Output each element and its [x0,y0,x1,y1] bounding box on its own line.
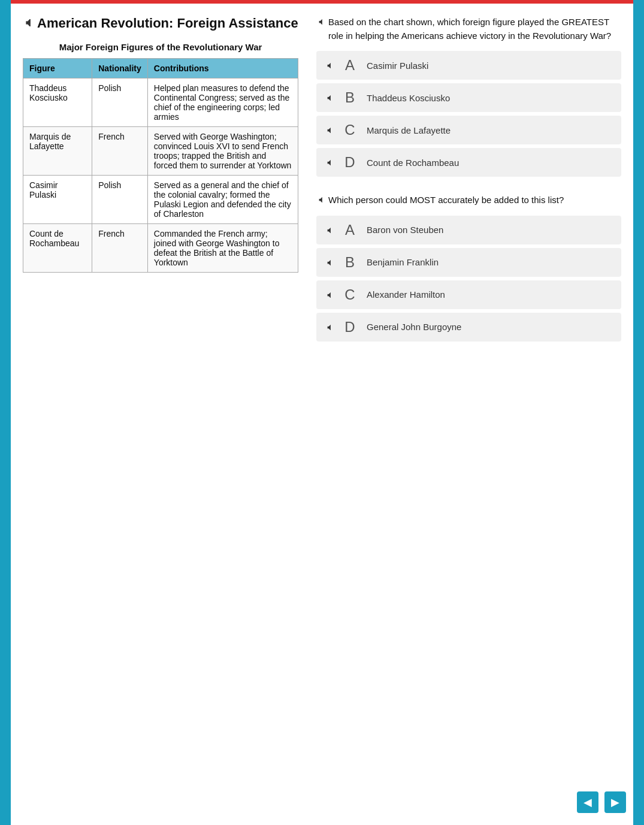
answer-label-d: Count de Rochambeau [367,158,459,168]
answer-letter-d: D [341,154,358,171]
answer-label-a: Casimir Pulaski [367,61,428,71]
answer-label-a2: Baron von Steuben [367,225,443,235]
speaker-icon-a2d[interactable]: 🔈︎ [325,322,333,332]
speaker-icon-a1c[interactable]: 🔈︎ [325,125,333,135]
figures-table: Figure Nationality Contributions Thaddeu… [23,58,298,273]
figure-contributions: Served with George Washington; convinced… [147,127,298,176]
answer-option-q1-d[interactable]: 🔈︎ D Count de Rochambeau [316,148,621,177]
figure-contributions: Served as a general and the chief of the… [147,176,298,224]
figure-name: Marquis de Lafayette [23,127,92,176]
col-figure: Figure [23,59,92,78]
speaker-icon-q1[interactable]: 🔈︎ [316,16,325,28]
answer-letter-b2: B [341,254,358,271]
answer-option-q1-b[interactable]: 🔈︎ B Thaddeus Kosciusko [316,83,621,112]
answer-letter-c2: C [341,286,358,303]
question1-options: 🔈︎ A Casimir Pulaski 🔈︎ B Thaddeus Kosci… [316,51,621,177]
table-row: Casimir Pulaski Polish Served as a gener… [23,176,298,224]
answer-option-q1-c[interactable]: 🔈︎ C Marquis de Lafayette [316,116,621,144]
speaker-icon[interactable]: 🔈︎ [23,17,34,29]
prev-button[interactable]: ◀ [577,791,598,813]
answer-option-q2-b[interactable]: 🔈︎ B Benjamin Franklin [316,248,621,277]
speaker-icon-a2b[interactable]: 🔈︎ [325,258,333,267]
answer-label-b2: Benjamin Franklin [367,257,439,267]
left-border [0,0,11,825]
speaker-icon-a1b[interactable]: 🔈︎ [325,93,333,102]
left-column: 🔈︎ American Revolution: Foreign Assistan… [23,16,298,358]
answer-label-b: Thaddeus Kosciusko [367,93,450,103]
col-contributions: Contributions [147,59,298,78]
figure-name: Thaddeus Kosciusko [23,78,92,127]
figure-nationality: Polish [92,176,148,224]
speaker-icon-a1d[interactable]: 🔈︎ [325,158,333,167]
answer-label-c2: Alexander Hamilton [367,289,445,300]
table-row: Marquis de Lafayette French Served with … [23,127,298,176]
col-nationality: Nationality [92,59,148,78]
answer-label-c: Marquis de Lafayette [367,125,451,135]
table-row: Count de Rochambeau French Commanded the… [23,224,298,273]
question1-block: 🔈︎ Based on the chart shown, which forei… [316,16,621,177]
answer-option-q2-a[interactable]: 🔈︎ A Baron von Steuben [316,216,621,244]
speaker-icon-a2a[interactable]: 🔈︎ [325,225,333,235]
answer-letter-b: B [341,89,358,106]
speaker-icon-a1a[interactable]: 🔈︎ [325,61,333,70]
table-title: Major Foreign Figures of the Revolutiona… [23,42,298,52]
answer-letter-a: A [341,57,358,74]
answer-letter-c: C [341,122,358,138]
next-button[interactable]: ▶ [604,791,626,813]
right-border [633,0,644,825]
figure-name: Count de Rochambeau [23,224,92,273]
figure-contributions: Commanded the French army; joined with G… [147,224,298,273]
answer-letter-d2: D [341,319,358,336]
figure-nationality: French [92,224,148,273]
table-row: Thaddeus Kosciusko Polish Helped plan me… [23,78,298,127]
right-column: 🔈︎ Based on the chart shown, which forei… [310,16,621,358]
question2-options: 🔈︎ A Baron von Steuben 🔈︎ B Benjamin Fra… [316,216,621,342]
speaker-icon-a2c[interactable]: 🔈︎ [325,290,333,300]
speaker-icon-q2[interactable]: 🔈︎ [316,194,325,206]
top-line [11,0,633,4]
question1-text: 🔈︎ Based on the chart shown, which forei… [316,16,621,43]
figure-name: Casimir Pulaski [23,176,92,224]
bottom-nav: ◀ ▶ [577,791,626,813]
answer-option-q2-c[interactable]: 🔈︎ C Alexander Hamilton [316,280,621,309]
answer-label-d2: General John Burgoyne [367,322,461,332]
figure-contributions: Helped plan measures to defend the Conti… [147,78,298,127]
page-title: 🔈︎ American Revolution: Foreign Assistan… [23,16,298,31]
answer-option-q2-d[interactable]: 🔈︎ D General John Burgoyne [316,313,621,342]
question2-block: 🔈︎ Which person could MOST accurately be… [316,194,621,342]
question2-text: 🔈︎ Which person could MOST accurately be… [316,194,621,207]
answer-letter-a2: A [341,222,358,238]
answer-option-q1-a[interactable]: 🔈︎ A Casimir Pulaski [316,51,621,80]
figure-nationality: Polish [92,78,148,127]
figure-nationality: French [92,127,148,176]
